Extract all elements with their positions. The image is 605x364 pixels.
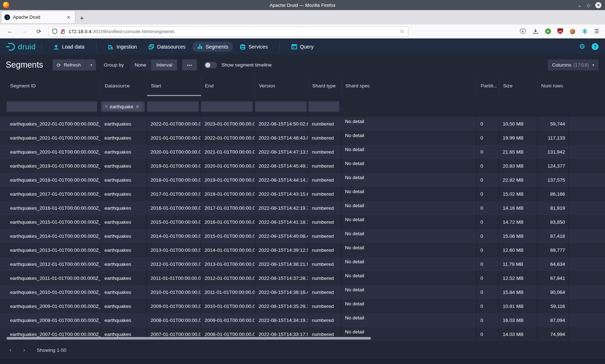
help-icon[interactable]: ? [592,43,599,50]
column-header-rows[interactable]: Num rows [537,75,569,96]
cell-ds: earthquakes [101,215,147,229]
table-row[interactable]: earthquakes_2020-01-01T00:00:00.000Z_2..… [0,145,605,159]
start-filter-input[interactable] [147,101,199,112]
reload-button[interactable]: ⟳ [35,28,43,35]
more-options-button[interactable]: ••• [182,59,197,70]
bookmark-star-icon[interactable]: ☆ [400,28,404,35]
column-header-part[interactable]: Partiti... [477,75,499,96]
table-row[interactable]: earthquakes_2019-01-01T00:00:00.000Z_2..… [0,159,605,173]
cell-size: 10.50 MB [499,117,537,131]
url-field[interactable]: 172.18.0.4:30109/unified-console.html#se… [48,26,408,37]
tab-apache-druid[interactable]: ⊃ Apache Druid ✕ [1,11,75,23]
cell-ver: 2022-08-15T14:34:19.1... [255,313,308,327]
datasource-filter-input[interactable]: = earthquake ✕ [101,101,145,112]
column-header-ds[interactable]: Datasource [101,75,147,96]
segment-timeline-toggle[interactable] [204,62,217,68]
cell-ss: No detail [341,173,477,187]
menu-icon[interactable]: ☰ [595,28,599,35]
table-row[interactable]: earthquakes_2008-01-01T00:00:00.000Z_2..… [0,313,605,327]
prev-page-icon[interactable]: ‹ [7,346,14,354]
remove-filter-icon[interactable]: ✕ [135,104,139,109]
url-path: :30109/unified-console.html#segments [91,29,175,34]
column-header-ss[interactable]: Shard spec [341,75,477,96]
cell-size: 15.02 MB [499,187,537,201]
nav-item-segments[interactable]: Segments [192,42,233,52]
version-filter-input[interactable] [255,101,307,112]
cell-size: 15.06 MB [499,229,537,243]
column-header-size[interactable]: Size [499,75,537,96]
cell-id: earthquakes_2009-01-01T00:00:00.000Z_2..… [6,299,101,313]
nav-item-services[interactable]: Services [235,42,273,52]
shield-icon[interactable] [52,28,57,34]
column-header-start[interactable]: Start [147,75,201,96]
new-tab-button[interactable]: + [80,15,84,22]
segment-id-filter-input[interactable] [6,101,97,112]
cell-end: 2018-01-01T00:00:00.0... [201,187,255,201]
cell-ss: No detail [341,285,477,299]
table-row[interactable]: earthquakes_2015-01-01T00:00:00.000Z_2..… [0,215,605,229]
group-by-none-button[interactable]: None [130,59,151,70]
cell-id: earthquakes_2012-01-01T00:00:00.000Z_2..… [6,257,101,271]
refresh-button[interactable]: ⟳ Refresh [53,59,85,70]
table-row[interactable]: earthquakes_2009-01-01T00:00:00.000Z_2..… [0,299,605,313]
settings-gear-icon[interactable]: ⚙ [579,42,585,51]
forward-button[interactable]: → [20,28,29,35]
datasources-icon [148,44,154,50]
shard-type-filter-input[interactable] [308,101,339,112]
cell-ss: No detail [341,271,477,285]
cookie-extension-icon[interactable] [570,29,575,34]
cell-part: 0 [477,243,499,257]
cell-start: 2009-01-01T00:00:00.0... [147,299,201,313]
pocket-icon[interactable]: ∨ [520,29,526,34]
privacy-extension-icon[interactable]: ● [545,28,551,34]
insecure-lock-icon[interactable] [60,29,65,34]
cell-ds: earthquakes [101,145,147,159]
end-filter-input[interactable] [201,101,253,112]
druid-logo[interactable]: druid [5,42,36,51]
cell-st: numbered [308,285,341,299]
group-by-interval-button[interactable]: Interval [151,59,177,70]
column-header-id[interactable]: Segment ID [6,75,101,96]
cell-ss: No detail [341,215,477,229]
table-row[interactable]: earthquakes_2013-01-01T00:00:00.000Z_2..… [0,243,605,257]
table-row[interactable]: earthquakes_2017-01-01T00:00:00.000Z_2..… [0,187,605,201]
cell-size: 16.03 MB [499,313,537,327]
nav-item-load-data[interactable]: Load data [49,42,89,52]
cell-start: 2008-01-01T00:00:00.0... [147,313,201,327]
tab-close-icon[interactable]: ✕ [65,14,72,21]
nav-item-datasources[interactable]: Datasources [144,42,190,52]
table-row[interactable]: earthquakes_2011-01-01T00:00:00.000Z_2..… [0,271,605,285]
close-window-icon[interactable]: ✕ [595,2,601,8]
datasource-filter-tag[interactable]: = earthquake ✕ [103,103,142,110]
nav-item-query[interactable]: Query [287,42,318,52]
column-header-end[interactable]: End [201,75,255,96]
timeline-toggle-label: Show segment timeline [221,62,272,68]
cell-ss: No detail [341,229,477,243]
cell-id: earthquakes_2013-01-01T00:00:00.000Z_2..… [6,243,101,257]
url-host: 172.18.0.4 [68,29,91,34]
maximize-icon[interactable]: ◇ [587,3,590,8]
table-row[interactable]: earthquakes_2012-01-01T00:00:00.000Z_2..… [0,257,605,271]
column-header-st[interactable]: Shard type [308,75,341,96]
table-row[interactable]: earthquakes_2022-01-01T00:00:00.000Z_2..… [0,117,605,131]
back-button[interactable]: ← [6,28,14,35]
multi-account-extension-icon[interactable] [582,28,588,35]
table-row[interactable]: earthquakes_2010-01-01T00:00:00.000Z_2..… [0,285,605,299]
columns-button[interactable]: Columns (17/18) ▾ [548,59,599,70]
cell-size: 22.82 MB [499,173,537,187]
ublock-icon[interactable]: uO [557,28,563,34]
table-row[interactable]: earthquakes_2014-01-01T00:00:00.000Z_2..… [0,229,605,243]
table-row[interactable]: earthquakes_2021-01-01T00:00:00.000Z_2..… [0,131,605,145]
nav-item-ingestion[interactable]: Ingestion [103,42,142,52]
refresh-dropdown-button[interactable]: ▾ [85,59,96,70]
table-row[interactable]: earthquakes_2016-01-01T00:00:00.000Z_2..… [0,201,605,215]
horizontal-scrollbar[interactable] [6,337,371,340]
next-page-icon[interactable]: › [21,346,27,354]
cell-st: numbered [308,201,341,215]
pagination-footer: ‹ › Showing 1-50 [0,341,605,359]
cell-ver: 2022-08-15T14:40:08.4... [255,229,308,243]
column-header-ver[interactable]: Version [255,75,308,96]
table-row[interactable]: earthquakes_2018-01-01T00:00:00.000Z_2..… [0,173,605,187]
downloads-icon[interactable] [532,28,539,35]
minimize-icon[interactable]: ⌄ [578,3,582,8]
